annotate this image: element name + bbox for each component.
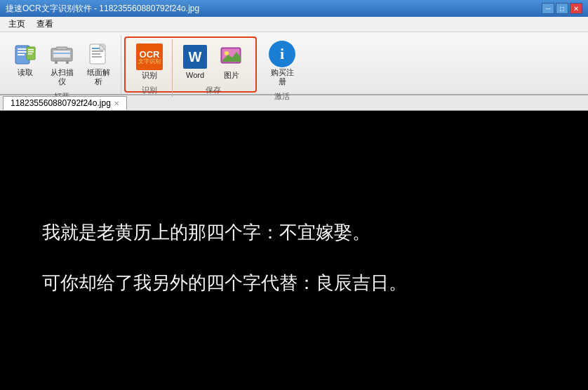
image-icon	[218, 43, 246, 71]
word-button[interactable]: W Word	[178, 41, 212, 82]
title-text: 捷速OCR文字识别软件 - 118235560880792f24o.jpg	[6, 3, 542, 15]
main-content-area: 我就是老黄历上的那四个字：不宜嫁娶。 可你却给了我另外的四个字代替：良辰吉日。	[0, 111, 588, 390]
info-icon: i	[268, 40, 296, 68]
word-label: Word	[186, 71, 204, 80]
svg-rect-5	[28, 49, 34, 51]
save-group-label: 保存	[206, 85, 221, 95]
open-group-content: 读取 从扫描仪	[8, 38, 115, 88]
tab-label: 118235560880792f24o.jpg	[11, 98, 111, 108]
ocr-icon: OCR 文字识别	[135, 43, 163, 71]
scan-icon	[48, 40, 76, 68]
paper-icon	[84, 40, 112, 68]
main-tab[interactable]: 118235560880792f24o.jpg ✕	[3, 96, 127, 110]
ribbon-group-recognize: OCR 文字识别 识别 识别	[127, 39, 173, 97]
recognize-group-label: 识别	[142, 85, 157, 95]
menu-item-view[interactable]: 查看	[31, 17, 59, 32]
save-group-content: W Word	[178, 41, 248, 82]
word-icon: W	[181, 43, 209, 71]
content-line-2: 可你却给了我另外的四个字代替：良辰吉日。	[42, 269, 546, 298]
ribbon-group-activate: i 购买注册 激活	[260, 35, 305, 94]
svg-rect-7	[28, 53, 32, 55]
maximize-button[interactable]: □	[556, 3, 568, 14]
svg-rect-2	[18, 51, 27, 53]
ocr-icon-text: OCR	[140, 50, 160, 59]
scan-label: 从扫描仪	[47, 68, 76, 86]
svg-rect-16	[92, 51, 103, 52]
highlighted-content: OCR 文字识别 识别 识别 W	[127, 39, 254, 97]
buyreg-label: 购买注册	[267, 68, 297, 86]
ribbon: 读取 从扫描仪	[0, 32, 588, 95]
menu-item-home[interactable]: 主页	[3, 17, 31, 32]
svg-rect-18	[92, 56, 102, 58]
word-icon-graphic: W	[183, 45, 207, 69]
buyreg-button[interactable]: i 购买注册	[265, 38, 299, 88]
paper-button[interactable]: 纸面解析	[81, 38, 115, 88]
tab-strip: 118235560880792f24o.jpg ✕	[0, 95, 588, 111]
title-bar-buttons: ─ □ ✕	[542, 3, 582, 14]
scan-button[interactable]: 从扫描仪	[45, 38, 79, 88]
svg-rect-6	[28, 51, 34, 53]
svg-rect-11	[56, 47, 67, 50]
svg-rect-3	[18, 54, 25, 55]
menu-bar: 主页 查看	[0, 17, 588, 32]
svg-rect-13	[66, 61, 69, 64]
content-line-1: 我就是老黄历上的那四个字：不宜嫁娶。	[42, 218, 546, 248]
ocr-button[interactable]: OCR 文字识别 识别	[133, 41, 166, 82]
svg-rect-10	[53, 53, 70, 54]
paper-label: 纸面解析	[83, 68, 113, 86]
ribbon-group-open: 读取 从扫描仪	[3, 35, 121, 94]
read-icon	[11, 40, 39, 68]
activate-group-label: 激活	[274, 91, 290, 102]
ocr-label: 识别	[142, 71, 157, 80]
svg-rect-17	[92, 53, 100, 55]
ocr-icon-sub: 文字识别	[138, 59, 161, 65]
read-button[interactable]: 读取	[8, 38, 42, 79]
ribbon-group-save: W Word	[173, 39, 254, 97]
highlighted-ribbon-section: OCR 文字识别 识别 识别 W	[124, 36, 257, 93]
ocr-icon-graphic: OCR 文字识别	[136, 43, 163, 70]
title-bar: 捷速OCR文字识别软件 - 118235560880792f24o.jpg ─ …	[0, 0, 588, 17]
minimize-button[interactable]: ─	[542, 3, 554, 14]
read-label: 读取	[18, 68, 33, 77]
image-label: 图片	[224, 71, 239, 80]
recognize-group-content: OCR 文字识别 识别	[133, 41, 166, 82]
svg-rect-12	[55, 61, 58, 64]
activate-group-content: i 购买注册	[265, 38, 299, 88]
tab-close-icon[interactable]: ✕	[114, 100, 119, 107]
close-button[interactable]: ✕	[570, 3, 582, 14]
image-button[interactable]: 图片	[215, 41, 248, 82]
svg-rect-1	[18, 48, 27, 50]
